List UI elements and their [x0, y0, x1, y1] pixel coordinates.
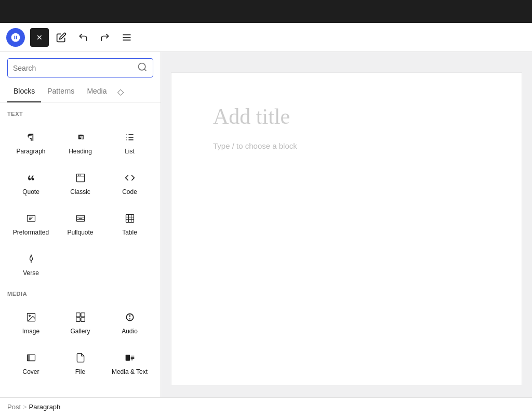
svg-rect-36	[27, 355, 30, 361]
block-audio[interactable]: Audio	[106, 302, 153, 341]
block-paragraph[interactable]: Paragraph	[7, 122, 55, 161]
block-pullquote[interactable]: Pullquote	[57, 203, 104, 242]
cover-icon	[26, 350, 36, 365]
audio-icon	[125, 310, 135, 324]
file-label: File	[75, 368, 85, 375]
classic-icon	[75, 171, 86, 185]
heading-label: Heading	[69, 148, 92, 155]
editor-content: Add title Type / to choose a block	[171, 73, 522, 385]
classic-label: Classic	[70, 188, 90, 196]
tabs: Blocks Patterns Media ◇	[0, 82, 161, 102]
block-code[interactable]: Code	[106, 163, 153, 201]
list-label: List	[125, 148, 135, 155]
verse-icon	[26, 252, 36, 266]
bottom-bar: Post > Paragraph	[0, 397, 532, 416]
tab-blocks[interactable]: Blocks	[7, 82, 41, 102]
tab-media[interactable]: Media	[81, 82, 113, 102]
close-button[interactable]: ✕	[30, 28, 49, 47]
svg-point-3	[139, 63, 145, 70]
svg-rect-37	[125, 355, 129, 361]
audio-label: Audio	[122, 328, 138, 335]
search-input[interactable]	[13, 64, 134, 72]
search-area	[0, 52, 161, 77]
media-text-label: Media & Text	[112, 368, 148, 375]
block-quote[interactable]: Quote	[7, 163, 55, 201]
undo-button[interactable]	[74, 28, 92, 47]
media-section-label: MEDIA	[7, 291, 153, 297]
text-section-label: TEXT	[7, 111, 153, 117]
svg-rect-33	[76, 318, 80, 322]
heading-icon	[75, 130, 86, 145]
text-section: TEXT Paragraph Heading	[7, 111, 153, 282]
gallery-label: Gallery	[70, 328, 90, 335]
block-verse[interactable]: Verse	[7, 244, 55, 282]
block-preformatted[interactable]: Preformatted	[7, 203, 55, 242]
gallery-icon	[75, 310, 86, 324]
block-cover[interactable]: Cover	[7, 343, 55, 381]
block-video[interactable]: Video	[9, 389, 57, 397]
tab-settings[interactable]: ◇	[113, 82, 128, 102]
sidebar: Blocks Patterns Media ◇ TEXT Paragraph	[0, 52, 161, 397]
block-gallery[interactable]: Gallery	[57, 302, 104, 341]
breadcrumb-current: Paragraph	[29, 403, 61, 411]
code-label: Code	[122, 188, 137, 196]
svg-line-4	[144, 69, 147, 71]
search-box	[7, 58, 153, 77]
block-classic[interactable]: Classic	[57, 163, 104, 201]
svg-rect-11	[76, 174, 84, 182]
table-label: Table	[122, 229, 137, 236]
block-file[interactable]: File	[57, 343, 104, 381]
block-image[interactable]: Image	[7, 302, 55, 341]
pullquote-icon	[75, 211, 86, 226]
paragraph-label: Paragraph	[16, 148, 45, 155]
list-view-button[interactable]	[117, 28, 136, 47]
verse-label: Verse	[23, 269, 39, 277]
quote-icon	[26, 171, 36, 185]
media-blocks-grid: Image Gallery	[7, 302, 153, 381]
svg-rect-34	[81, 318, 85, 322]
edit-button[interactable]	[52, 28, 71, 47]
pullquote-label: Pullquote	[67, 229, 93, 236]
list-icon	[125, 130, 135, 145]
editor-title[interactable]: Add title	[213, 104, 480, 129]
text-blocks-grid: Paragraph Heading	[7, 122, 153, 282]
svg-rect-31	[76, 313, 80, 317]
svg-rect-32	[81, 313, 85, 317]
breadcrumb-separator: >	[23, 403, 27, 411]
paragraph-icon	[26, 130, 36, 145]
blocks-content: TEXT Paragraph Heading	[0, 102, 161, 397]
tab-patterns[interactable]: Patterns	[41, 82, 81, 102]
block-heading[interactable]: Heading	[57, 122, 104, 161]
svg-point-30	[29, 315, 30, 317]
search-icon	[137, 62, 148, 74]
quote-label: Quote	[22, 188, 39, 196]
editor-area: Add title Type / to choose a block	[161, 52, 532, 397]
table-icon	[125, 211, 135, 226]
block-table[interactable]: Table	[106, 203, 153, 242]
cover-label: Cover	[22, 368, 39, 375]
media-text-icon	[125, 350, 135, 365]
toolbar: ✕	[0, 23, 532, 52]
wp-logo[interactable]	[6, 28, 25, 47]
file-icon	[75, 350, 86, 365]
preformatted-icon	[26, 211, 36, 226]
top-bar	[0, 0, 532, 23]
image-icon	[26, 310, 36, 324]
block-list[interactable]: List	[106, 122, 153, 161]
svg-rect-23	[126, 215, 134, 223]
block-media-text[interactable]: Media & Text	[106, 343, 153, 381]
preformatted-label: Preformatted	[13, 229, 49, 236]
media-section: MEDIA Image	[7, 291, 153, 381]
redo-button[interactable]	[96, 28, 114, 47]
breadcrumb-post[interactable]: Post	[7, 403, 21, 411]
main-layout: Blocks Patterns Media ◇ TEXT Paragraph	[0, 52, 532, 397]
image-label: Image	[22, 328, 39, 335]
editor-placeholder[interactable]: Type / to choose a block	[213, 141, 480, 150]
code-icon	[125, 171, 135, 185]
